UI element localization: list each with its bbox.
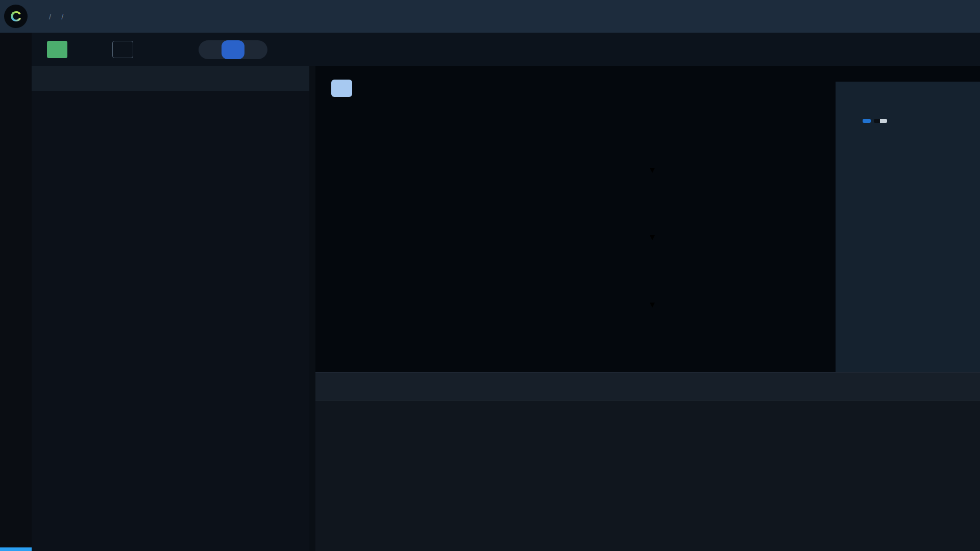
dag-edges [604, 106, 701, 347]
table-view-button[interactable] [199, 40, 222, 59]
step-summary [836, 108, 980, 115]
code-content[interactable] [315, 400, 980, 405]
runs-list [32, 91, 309, 92]
breadcrumb-separator: / [61, 12, 63, 21]
app-root: C / / [0, 0, 980, 551]
breadcrumb-separator: / [49, 12, 51, 21]
top-header: C / / [0, 0, 980, 33]
clearml-logo[interactable]: C [4, 5, 28, 28]
pipeline-toolbar [32, 33, 980, 66]
open-archive-button[interactable] [112, 41, 133, 58]
new-run-button[interactable] [47, 41, 67, 58]
chart-view-button[interactable] [244, 40, 267, 59]
step-info-header [836, 82, 980, 108]
id-badge-label [874, 119, 880, 123]
id-badge[interactable] [874, 119, 887, 123]
left-nav-rail [0, 33, 32, 551]
logo-letter: C [10, 9, 21, 24]
view-toggle-group [199, 40, 267, 59]
metrics-empty-text [836, 144, 980, 156]
id-badge-value [880, 119, 887, 123]
runs-list-header [32, 66, 309, 91]
code-panel [315, 372, 980, 551]
runs-panel [32, 66, 309, 551]
breadcrumb: / / [44, 0, 68, 33]
status-badge [863, 119, 871, 123]
split-view-button[interactable] [222, 40, 244, 59]
toolbar-right-actions [949, 33, 965, 66]
step-info-panel [836, 82, 980, 372]
pipeline-dag [604, 106, 701, 347]
step-badges [836, 115, 980, 123]
details-button[interactable] [331, 80, 352, 97]
header-actions [952, 0, 971, 33]
rail-scroll-indicator [0, 547, 32, 551]
code-panel-header [315, 372, 980, 400]
